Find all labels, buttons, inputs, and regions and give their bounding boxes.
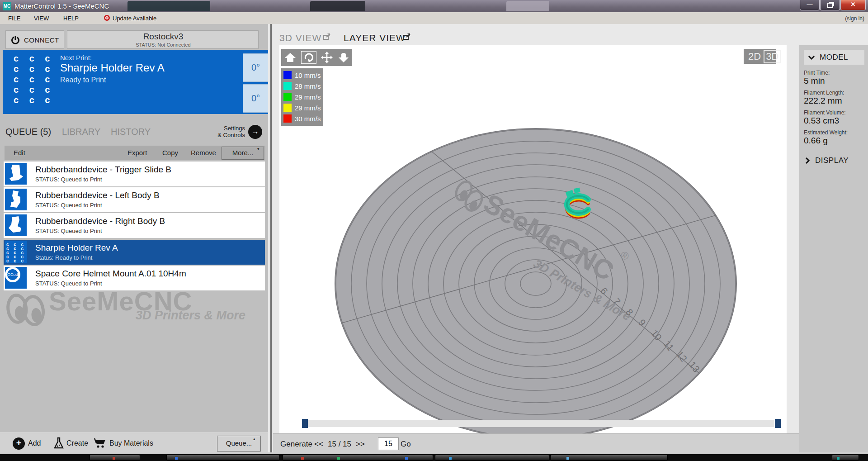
update-available-link[interactable]: Update Available: [113, 15, 156, 22]
queue-row[interactable]: Rubberbanddevice - Right Body B STATUS: …: [4, 213, 265, 238]
model-section-header[interactable]: MODEL: [804, 50, 864, 65]
part-thumbnail-icon: c c c c c c c c c c c c c c c: [5, 241, 27, 263]
stat-label: Print Time:: [804, 70, 830, 76]
layer-controls-bar: Generate << 15 / 15 >> Go: [273, 433, 868, 455]
next-layer-button[interactable]: >>: [356, 440, 365, 449]
display-section-header[interactable]: DISPLAY: [804, 156, 849, 165]
popout-3d-icon[interactable]: [323, 33, 331, 40]
queue-row[interactable]: Rubberbanddevice - Left Body B STATUS: Q…: [4, 187, 265, 212]
title-bar: MC MatterControl 1.5 - SeeMeCNC — ✕: [0, 0, 868, 12]
brand-logo-eyes-icon: [5, 289, 52, 332]
stat-value: 222.2 mm: [804, 96, 842, 106]
layer-slider-handle-right[interactable]: [775, 419, 781, 428]
menu-bar: FILE VIEW HELP Update Available (sign in…: [0, 12, 868, 24]
legend-swatch: [283, 82, 292, 90]
sign-in-link[interactable]: (sign in): [845, 15, 864, 22]
rotate-view-button[interactable]: [302, 52, 316, 63]
queue-toolbar: Edit Export Copy Remove More... ▾: [5, 146, 265, 160]
toggle-3d-button[interactable]: 3D: [764, 50, 781, 63]
minimize-button[interactable]: —: [800, 0, 820, 10]
legend-row: 10 mm/s: [281, 70, 323, 81]
settings-controls-label: Settings & Controls: [194, 125, 245, 138]
stat-value: 0.53 cm3: [804, 116, 839, 126]
edit-button[interactable]: Edit: [14, 149, 25, 157]
panel-splitter[interactable]: [270, 24, 272, 454]
bed-temp-widget[interactable]: 0°: [243, 84, 269, 113]
toggle-2d-button[interactable]: 2D: [748, 51, 761, 62]
app-icon: MC: [3, 2, 11, 10]
add-button[interactable]: Add: [28, 439, 41, 447]
connect-button[interactable]: CONNECT: [5, 30, 64, 49]
queue-footer-bar: + Add Create Buy Materials Queue... ▴: [0, 432, 268, 455]
legend-row: 29 mm/s: [281, 102, 323, 113]
generate-button[interactable]: Generate: [280, 440, 312, 449]
connect-label: CONNECT: [24, 36, 59, 44]
tab-history[interactable]: HISTORY: [111, 127, 151, 137]
queue-item-title: Rubberbanddevice - Left Body B: [35, 190, 160, 200]
taskbar-button[interactable]: [90, 455, 140, 461]
move-view-button[interactable]: [321, 52, 333, 63]
remove-button[interactable]: Remove: [191, 149, 216, 157]
taskbar-button[interactable]: [551, 455, 668, 461]
taskbar-button[interactable]: [435, 455, 549, 461]
queue-row[interactable]: Rubberbanddevice - Trigger Slide B STATU…: [4, 162, 265, 186]
queue-item-title: Rubberbanddevice - Trigger Slide B: [35, 165, 171, 175]
view-toolbar: [281, 49, 352, 66]
tab-layer-view[interactable]: LAYER VIEW: [344, 33, 406, 43]
part-thumbnail-icon: [5, 189, 27, 210]
menu-view[interactable]: VIEW: [34, 15, 49, 22]
restore-button[interactable]: [820, 0, 840, 10]
legend-row: 30 mm/s: [281, 113, 323, 124]
tab-queue[interactable]: QUEUE (5): [5, 127, 51, 137]
print-bed: SeeMeCNC ® 3D Printers & More 6 7 8 9 10…: [279, 45, 787, 433]
printer-status: STATUS: Not Connected: [67, 42, 259, 48]
layer-slider-handle-left[interactable]: [302, 419, 308, 428]
taskbar-tray[interactable]: [832, 455, 859, 461]
home-view-button[interactable]: [284, 52, 297, 63]
export-button[interactable]: Export: [127, 149, 147, 157]
prev-layer-button[interactable]: <<: [314, 440, 323, 449]
queue-row-selected[interactable]: c c c c c c c c c c c c c c c Sharpie Ho…: [4, 240, 265, 265]
speed-legend: 10 mm/s 28 mm/s 29 mm/s 29 mm/s 30 mm/s: [281, 68, 323, 126]
cart-icon: [94, 437, 107, 449]
copy-button[interactable]: Copy: [162, 149, 178, 157]
close-button[interactable]: ✕: [840, 0, 866, 10]
go-button[interactable]: Go: [401, 440, 411, 449]
background-window-fragment: [506, 1, 549, 11]
create-flask-icon: [53, 437, 64, 450]
settings-controls-button[interactable]: →: [248, 125, 262, 139]
queue-item-status: STATUS: Queued to Print: [35, 176, 102, 183]
queue-item-title: Rubberbanddevice - Right Body B: [35, 216, 165, 226]
extruder-temp-widget[interactable]: 0°: [243, 53, 269, 82]
taskbar-button[interactable]: [283, 455, 433, 461]
legend-swatch: [283, 104, 292, 112]
model-sidebar: MODEL Print Time: 5 min Filament Length:…: [799, 45, 868, 454]
background-window-fragment: [127, 1, 210, 11]
layer-view-canvas[interactable]: SeeMeCNC ® 3D Printers & More 6 7 8 9 10…: [279, 45, 787, 433]
stat-value: 5 min: [804, 76, 825, 86]
update-badge-icon: [104, 15, 110, 21]
queue-item-status: STATUS: Queued to Print: [35, 228, 102, 234]
power-icon: [10, 35, 20, 45]
goto-layer-input[interactable]: [378, 437, 399, 450]
menu-file[interactable]: FILE: [8, 15, 20, 22]
scale-down-button[interactable]: [338, 52, 349, 63]
taskbar-button[interactable]: [166, 455, 279, 461]
add-icon: +: [13, 437, 25, 450]
next-print-status: Ready to Print: [60, 76, 106, 84]
buy-materials-button[interactable]: Buy Materials: [109, 439, 153, 447]
chevron-right-icon: [804, 157, 811, 164]
next-print-panel[interactable]: c c c c c c c c c c c c c c c Next Print…: [3, 50, 268, 114]
queue-item-title: Space Core Helmet Mount A.01 10H4m: [35, 269, 186, 279]
queue-item-status: STATUS: Queued to Print: [35, 202, 102, 209]
popout-layer-icon[interactable]: [403, 33, 411, 40]
tab-library[interactable]: LIBRARY: [62, 127, 100, 137]
printer-selector[interactable]: Rostockv3 STATUS: Not Connected: [67, 30, 259, 49]
tab-3d-view[interactable]: 3D VIEW: [279, 33, 321, 43]
printer-name: Rostockv3: [67, 32, 259, 42]
menu-help[interactable]: HELP: [63, 15, 79, 22]
os-taskbar: [0, 454, 868, 461]
next-print-thumbnail: c c c c c c c c c c c c c c c: [14, 53, 54, 105]
layer-slider-track[interactable]: [306, 420, 774, 427]
create-button[interactable]: Create: [66, 439, 88, 447]
